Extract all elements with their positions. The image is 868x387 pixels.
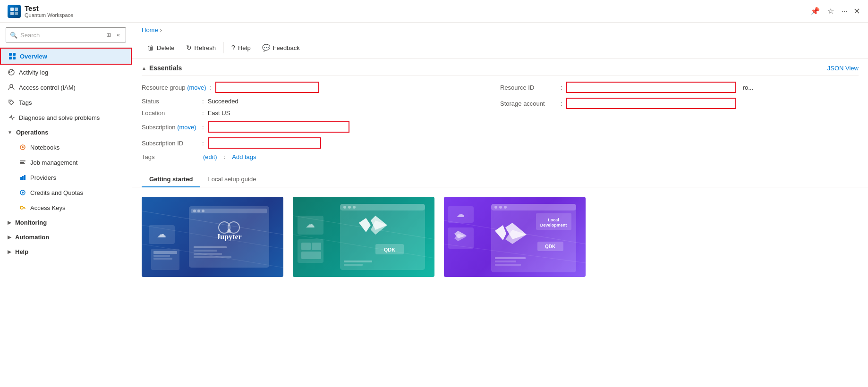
svg-rect-83	[495, 264, 521, 266]
feedback-button[interactable]: 💬 Feedback	[256, 41, 306, 54]
diagnose-icon	[8, 114, 15, 121]
cards-section: ☁ Jupyter	[132, 187, 868, 286]
access-control-icon	[8, 84, 15, 91]
refresh-button[interactable]: ↻ Refresh	[180, 41, 222, 54]
svg-text:☁: ☁	[306, 219, 315, 229]
tabs: Getting started Local setup guide	[142, 172, 859, 187]
sidebar-item-access-keys-label: Access Keys	[30, 204, 65, 211]
subscription-move-link[interactable]: (move)	[177, 124, 196, 131]
json-view-link[interactable]: JSON View	[827, 65, 859, 72]
essentials-section: ▲ Essentials JSON View Resource group (m…	[132, 59, 868, 166]
local-dev-card[interactable]: ☁ Local Development	[444, 197, 586, 277]
sidebar-section-operations[interactable]: ▼ Operations	[0, 125, 132, 140]
close-button[interactable]: ✕	[853, 6, 860, 17]
sidebar-section-help[interactable]: ▶ Help	[0, 244, 132, 259]
sidebar-item-access-keys[interactable]: Access Keys	[15, 200, 132, 215]
sidebar-item-activity-log[interactable]: Activity log	[0, 65, 132, 80]
svg-rect-65	[344, 264, 363, 266]
svg-rect-3	[15, 12, 18, 15]
operations-chevron: ▼	[8, 130, 12, 135]
sidebar-item-notebooks[interactable]: Notebooks	[15, 140, 132, 155]
svg-point-12	[10, 101, 11, 102]
svg-rect-18	[20, 177, 22, 180]
breadcrumb: Home ›	[132, 23, 868, 37]
resource-group-move-link[interactable]: (move)	[187, 84, 206, 91]
svg-rect-56	[301, 252, 321, 259]
svg-rect-4	[9, 53, 12, 56]
svg-rect-32	[153, 255, 170, 257]
svg-rect-20	[24, 175, 26, 180]
status-value: Succeeded	[208, 98, 238, 105]
search-collapse-button[interactable]: «	[115, 30, 122, 40]
svg-rect-31	[153, 251, 177, 254]
access-keys-icon	[19, 204, 26, 211]
tags-label: Tags	[142, 153, 198, 160]
storage-account-sep: :	[561, 100, 562, 107]
location-value: East US	[208, 109, 230, 117]
tags-row: Tags (edit) : Add tags	[142, 153, 500, 160]
jupyter-card[interactable]: ☁ Jupyter	[142, 197, 283, 277]
sidebar-section-automation[interactable]: ▶ Automation	[0, 230, 132, 244]
essentials-collapse-icon[interactable]: ▲	[142, 66, 146, 71]
delete-button[interactable]: 🗑 Delete	[142, 41, 180, 54]
svg-rect-0	[10, 8, 14, 11]
sidebar-item-providers[interactable]: Providers	[15, 170, 132, 185]
svg-rect-16	[20, 162, 24, 163]
refresh-icon: ↻	[186, 44, 192, 51]
refresh-label: Refresh	[195, 44, 216, 51]
svg-point-75	[504, 206, 507, 209]
providers-icon	[19, 174, 26, 181]
sidebar-section-help-label: Help	[15, 248, 28, 255]
status-sep: :	[202, 98, 204, 105]
tab-getting-started[interactable]: Getting started	[142, 172, 200, 187]
sidebar-section-operations-label: Operations	[16, 129, 49, 136]
sidebar-item-tags[interactable]: Tags	[0, 95, 132, 110]
app-subtitle: Quantum Workspace	[25, 12, 73, 18]
search-expand-button[interactable]: ⊞	[104, 30, 113, 40]
main-layout: 🔍 ⊞ « Overview	[0, 23, 868, 387]
subscription-id-value	[208, 137, 321, 149]
tags-sep: :	[224, 153, 226, 160]
essentials-title-label: Essentials	[149, 64, 182, 72]
search-box[interactable]: 🔍 ⊞ «	[6, 27, 126, 42]
resource-group-sep: :	[210, 84, 212, 91]
sidebar-item-diagnose[interactable]: Diagnose and solve problems	[0, 110, 132, 125]
svg-point-14	[22, 146, 24, 148]
sidebar-item-job-management[interactable]: Job management	[15, 155, 132, 170]
more-button[interactable]: ···	[840, 5, 850, 17]
vscode-card[interactable]: ☁	[293, 197, 434, 277]
sidebar-section-monitoring-label: Monitoring	[15, 219, 47, 226]
subscription-id-sep: :	[202, 140, 204, 147]
notebooks-icon	[19, 143, 26, 151]
add-tags-link[interactable]: Add tags	[232, 153, 256, 160]
toolbar: 🗑 Delete ↻ Refresh ? Help 💬 Feedback	[132, 37, 868, 59]
favorite-button[interactable]: ☆	[825, 5, 836, 17]
sidebar-section-monitoring[interactable]: ▶ Monitoring	[0, 215, 132, 230]
tags-edit-link[interactable]: (edit)	[203, 153, 217, 160]
sidebar-item-overview-label: Overview	[20, 53, 47, 60]
sidebar-item-credits-quotas[interactable]: Credits and Quotas	[15, 185, 132, 200]
sidebar-item-tags-label: Tags	[19, 99, 32, 106]
location-row: Location : East US	[142, 109, 500, 117]
svg-point-11	[10, 84, 13, 87]
tab-local-setup-guide[interactable]: Local setup guide	[200, 172, 264, 187]
sidebar-item-providers-label: Providers	[30, 174, 56, 181]
svg-rect-15	[20, 160, 26, 161]
search-input[interactable]	[20, 32, 102, 39]
sidebar-item-diagnose-label: Diagnose and solve problems	[19, 114, 100, 121]
status-row: Status : Succeeded	[142, 98, 500, 105]
sidebar-item-access-control[interactable]: Access control (IAM)	[0, 80, 132, 95]
delete-icon: 🗑	[147, 44, 154, 51]
feedback-label: Feedback	[273, 44, 300, 51]
status-label: Status	[142, 98, 198, 105]
svg-rect-19	[22, 176, 24, 180]
svg-rect-48	[194, 256, 231, 258]
svg-text:☁: ☁	[456, 210, 465, 219]
sidebar-item-overview[interactable]: Overview	[0, 48, 132, 65]
svg-rect-5	[13, 53, 16, 56]
pin-button[interactable]: 📌	[808, 5, 822, 17]
help-button[interactable]: ? Help	[226, 41, 256, 54]
feedback-icon: 💬	[262, 44, 270, 51]
sidebar-item-job-management-label: Job management	[30, 159, 77, 166]
breadcrumb-home[interactable]: Home	[142, 26, 158, 34]
